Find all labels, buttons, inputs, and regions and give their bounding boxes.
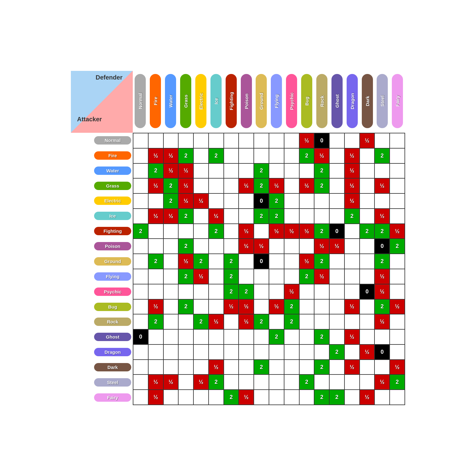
grid-cell-13-10 [284,330,300,345]
grid-cell-7-1 [149,239,164,254]
grid-cell-17-10 [284,390,300,405]
grid-cell-1-1: ½ [149,149,164,164]
grid-cell-11-0 [133,300,149,315]
grid-cell-8-11: ½ [300,254,315,269]
grid-cell-14-10 [284,345,300,360]
grid-cell-16-6 [224,375,239,390]
grid-cell-11-11 [300,300,315,315]
left-header-poison: Poison [71,239,133,254]
grid-cell-5-9: 2 [269,209,284,224]
grid-cell-9-1 [149,269,164,284]
grid-cell-3-7: ½ [239,179,254,194]
grid-cell-5-14: 2 [345,209,360,224]
grid-cell-8-8: 0 [254,254,269,269]
grid-cell-2-9 [269,164,284,179]
grid-cell-11-7: ½ [239,300,254,315]
grid-cell-17-6: 2 [224,390,239,405]
grid-cell-12-2 [164,314,179,330]
grid-cell-16-12 [314,375,330,390]
grid-cell-7-16: 0 [375,239,390,254]
grid-cell-2-4 [194,164,209,179]
grid-cell-2-10 [284,164,300,179]
grid-cell-1-13 [330,149,345,164]
grid-cell-12-10: 2 [284,314,300,330]
grid-cell-9-3: 2 [179,269,194,284]
grid-cell-4-7 [239,194,254,209]
grid-cell-5-11 [300,209,315,224]
grid-cell-6-14 [345,224,360,239]
grid-cell-10-10: ½ [284,284,300,300]
grid-cell-11-5 [209,300,224,315]
grid-cell-14-16: 0 [375,345,390,360]
left-header-ice: Ice [71,208,133,223]
top-header-psychic: Psychic [284,72,299,130]
grid-cell-11-14: ½ [345,300,360,315]
grid-cell-14-4 [194,345,209,360]
grid-cell-5-3: 2 [179,209,194,224]
grid-cell-11-13 [330,300,345,315]
grid-cell-10-5 [209,284,224,300]
grid-cell-15-7 [239,360,254,375]
grid-cell-16-2: ½ [164,375,179,390]
grid-cell-4-13 [330,194,345,209]
grid-cell-16-9 [269,375,284,390]
grid-cell-8-2 [164,254,179,269]
grid-cell-14-0 [133,345,149,360]
grid-cell-9-2 [164,269,179,284]
grid-cell-9-16: ½ [375,269,390,284]
grid-cell-15-9 [269,360,284,375]
grid-cell-7-9 [269,239,284,254]
grid-cell-12-14 [345,314,360,330]
grid-cell-1-9 [269,149,284,164]
grid-cell-8-0 [133,254,149,269]
top-header-flying: Flying [269,72,284,130]
grid-cell-4-14: ½ [345,194,360,209]
grid-cell-6-13: 0 [330,224,345,239]
grid-cell-5-12 [314,209,330,224]
grid-cell-1-7 [239,149,254,164]
grid-cell-15-3 [179,360,194,375]
top-header-ice: Ice [208,72,223,130]
grid-cell-0-0 [133,133,149,149]
grid-cell-2-7 [239,164,254,179]
left-header-bug: Bug [71,299,133,314]
grid-cell-9-15 [360,269,375,284]
grid-cell-6-17: ½ [390,224,405,239]
top-header-rock: Rock [314,72,330,130]
grid-cell-16-4: ½ [194,375,209,390]
grid-cell-7-12: ½ [314,239,330,254]
grid-cell-15-6 [224,360,239,375]
grid-cell-9-14 [345,269,360,284]
grid-cell-8-4: 2 [194,254,209,269]
grid-cell-2-15 [360,164,375,179]
grid-cell-13-13 [330,330,345,345]
grid-cell-1-2: ½ [164,149,179,164]
grid-cell-8-16: 2 [375,254,390,269]
grid-cell-1-3: 2 [179,149,194,164]
grid-cell-15-15 [360,360,375,375]
defender-label: Defender [96,74,123,81]
grid-cell-4-9: 2 [269,194,284,209]
grid-cell-11-12 [314,300,330,315]
grid-cell-8-1: 2 [149,254,164,269]
grid-cell-17-17 [390,390,405,405]
left-header-normal: Normal [71,133,133,148]
grid-cell-0-11: ½ [300,133,315,149]
grid-cell-12-6 [224,314,239,330]
grid-cell-6-11: ½ [300,224,315,239]
grid-cell-2-14: ½ [345,164,360,179]
grid-cell-16-7 [239,375,254,390]
grid-cell-16-11: 2 [300,375,315,390]
grid-cell-4-0 [133,194,149,209]
grid-cell-0-1 [149,133,164,149]
grid-cell-6-4 [194,224,209,239]
grid-cell-6-7: ½ [239,224,254,239]
grid-cell-3-15 [360,179,375,194]
grid-cell-0-6 [224,133,239,149]
grid-cell-3-17 [390,179,405,194]
grid-cell-10-16: ½ [375,284,390,300]
grid-cell-11-8 [254,300,269,315]
grid-cell-16-3 [179,375,194,390]
grid-cell-15-5: ½ [209,360,224,375]
grid-cell-5-13 [330,209,345,224]
